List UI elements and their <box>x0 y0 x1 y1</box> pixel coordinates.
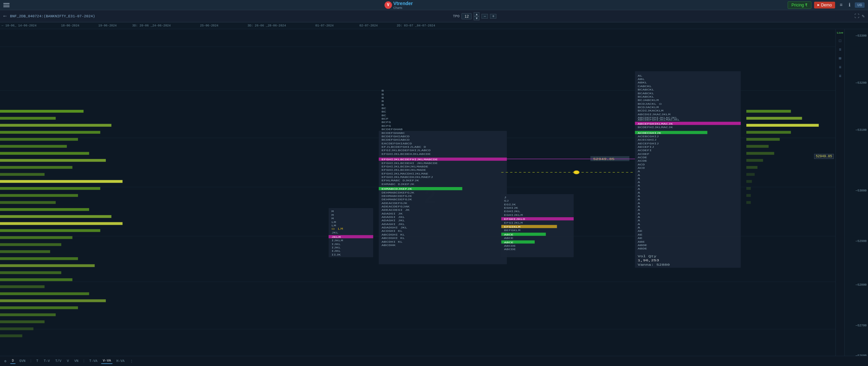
svg-text:ABCDGHI KL: ABCDGHI KL <box>381 233 405 236</box>
mode-d-button[interactable]: D <box>10 358 16 364</box>
tpo-minus-button[interactable]: − <box>481 14 488 19</box>
fullscreen-icon[interactable]: ⛶ <box>854 14 859 19</box>
svg-rect-194 <box>746 187 751 190</box>
svg-rect-195 <box>746 194 751 197</box>
svg-text:BCDEFGHAB: BCDEFGHAB <box>381 128 402 131</box>
mode-v-button[interactable]: V <box>65 359 71 364</box>
demo-button[interactable]: Demo <box>814 2 835 8</box>
svg-text:EFGHIJKLBCDEHI JKLMABCDE: EFGHIJKLBCDEHI JKLMABCDE <box>381 162 438 165</box>
svg-text:DEHMABCDEFGJK: DEHMABCDEFGJK <box>381 195 412 198</box>
tpo-down-button[interactable]: ▼ <box>474 16 479 20</box>
svg-text:AL: AL <box>638 75 643 77</box>
svg-text:A: A <box>638 191 640 194</box>
svg-text:ABCDGIJKACJKLM: ABCDGIJKACJKLM <box>638 113 671 116</box>
svg-text:BCFG: BCFG <box>381 121 391 124</box>
bottom-bar: ⚙ D GVN | T T-V T/V V VN | T-VA V-VA H-V… <box>0 356 868 366</box>
svg-text:EGHIJK: EGHIJK <box>504 207 518 209</box>
mode-t-button[interactable]: T <box>35 359 40 364</box>
svg-text:IJKL: IJKL <box>331 243 341 246</box>
svg-text:ABCE: ABCE <box>504 237 514 240</box>
tpo-plus-button[interactable]: + <box>490 14 496 19</box>
svg-text:AE: AE <box>638 233 643 236</box>
mode-vn-button[interactable]: VN <box>73 359 80 364</box>
svg-text:AE: AE <box>638 237 643 240</box>
svg-text:IJKLM: IJKLM <box>331 239 343 242</box>
tpo-input[interactable] <box>461 13 472 19</box>
svg-rect-29 <box>0 264 95 267</box>
svg-text:B: B <box>381 89 384 92</box>
svg-rect-185 <box>746 124 819 127</box>
sidebar-icon-5[interactable]: ≡ <box>839 74 841 78</box>
svg-rect-39 <box>0 334 22 337</box>
back-button[interactable]: ← <box>3 13 7 19</box>
toolbar: ← BNF_2DB_040724:(BANKNIFTY_E31-07-2024)… <box>0 10 868 22</box>
svg-text:BCABCKL: BCABCKL <box>638 96 654 98</box>
date-axis: ← 10-06_ 14-06-2024 18-06-2024 19-06-202… <box>0 22 868 29</box>
svg-rect-17 <box>0 180 122 183</box>
svg-text:EFJLBCDEFGHIJLABC D: EFJLBCDEFGHIJLABC D <box>381 146 426 148</box>
svg-text:BCDIJKACKLM: BCDIJKACKLM <box>638 109 664 112</box>
tpo-up-button[interactable]: ▲ <box>474 12 479 16</box>
more-button[interactable]: ⋮ <box>128 359 135 364</box>
mode-tv-button[interactable]: T-V <box>42 359 52 364</box>
date-label-3: 3D: 20-06 _24-06-2024 <box>132 24 171 27</box>
svg-rect-25 <box>0 236 73 239</box>
chart-area[interactable]: © 2 <box>0 29 835 366</box>
info-icon[interactable]: ℹ <box>847 1 852 8</box>
svg-text:B: B <box>381 100 384 103</box>
svg-text:AECEFGHIJ: AECEFGHIJ <box>638 142 659 145</box>
svg-rect-23 <box>0 222 122 225</box>
svg-text:IJKL: IJKL <box>331 246 341 249</box>
svg-text:ACDE: ACDE <box>638 160 647 162</box>
svg-text:EHMABC DJKEFJK: EHMABC DJKEFJK <box>381 183 414 186</box>
mode-vva-button[interactable]: V-VA <box>101 358 113 364</box>
mode-tva-button[interactable]: T-VA <box>87 359 99 364</box>
menu-icon[interactable] <box>3 3 9 7</box>
svg-rect-8 <box>0 117 56 120</box>
svg-text:ABDE: ABDE <box>638 247 647 250</box>
price-tick-53000: ─53000 <box>856 189 867 192</box>
sidebar-icon-1[interactable]: □ <box>839 39 841 43</box>
sidebar-icon-4[interactable]: ≡ <box>839 65 841 69</box>
svg-text:EFGHIJKLBCDHJKLMABDE: EFGHIJKLBCDHJKLMABDE <box>381 165 428 168</box>
svg-text:BCDEFGHIABCD: BCDEFGHIABCD <box>381 139 410 141</box>
svg-rect-14 <box>0 159 106 162</box>
svg-rect-18 <box>0 187 100 190</box>
svg-rect-38 <box>0 327 34 330</box>
svg-text:EFGHIJKLMACDHIJKLMAE: EFGHIJKLMACDHIJKLMAE <box>381 172 428 175</box>
mode-hva-button[interactable]: H-VA <box>115 359 126 364</box>
svg-text:BC: BC <box>381 110 386 113</box>
sidebar-icon-2[interactable]: ≡ <box>839 48 841 52</box>
sidebar-icon-3[interactable]: ⊞ <box>839 57 841 61</box>
svg-text:ACECGHIJ: ACECGHIJ <box>638 139 656 141</box>
settings-button[interactable]: ⚙ <box>3 359 8 364</box>
svg-text:ADAGHI JKL: ADAGHI JKL <box>381 223 405 226</box>
svg-text:BCABCKL: BCABCKL <box>638 92 654 95</box>
svg-text:GJ: GJ <box>504 200 509 202</box>
svg-rect-11 <box>0 138 78 141</box>
user-badge[interactable]: UG <box>855 2 865 8</box>
svg-text:BCDEFGHIABCD: BCDEFGHIABCD <box>381 135 410 138</box>
pricing-button[interactable]: Pricing ₹ <box>788 1 811 9</box>
svg-rect-24 <box>0 229 100 232</box>
mode-gvn-button[interactable]: GVN <box>18 359 27 364</box>
svg-rect-189 <box>746 152 774 155</box>
svg-text:ACD: ACD <box>638 163 645 166</box>
svg-text:BCDEFGHABC: BCDEFGHABC <box>381 132 405 135</box>
svg-text:ABCEFGHIKLMACJK: ABCEFGHIKLMACJK <box>638 123 673 125</box>
svg-rect-33 <box>0 292 89 295</box>
draw-icon[interactable]: ✎ <box>862 13 865 19</box>
svg-text:EFGHIJKLBCDEFHIJKLMABCDE: EFGHIJKLBCDEFHIJKLMABCDE <box>381 158 438 161</box>
svg-rect-37 <box>0 320 44 323</box>
price-tick-52700: ─52700 <box>856 324 867 327</box>
svg-text:A: A <box>638 170 640 173</box>
svg-text:ABCDHK: ABCDHK <box>381 244 396 247</box>
svg-rect-10 <box>0 131 100 134</box>
price-scale: ─53300 ─53200 ─53100 ─53000 ─52900 ─5280… <box>844 29 868 366</box>
svg-text:BEFGKLM: BEFGKLM <box>504 229 521 232</box>
mode-tvdiv-button[interactable]: T/V <box>54 359 63 364</box>
svg-text:ABDE: ABDE <box>638 244 647 247</box>
grid-icon[interactable]: ≡ <box>838 2 844 8</box>
toolbar-right: ⛶ ✎ <box>854 13 865 19</box>
svg-text:JKLM: JKLM <box>331 236 341 239</box>
